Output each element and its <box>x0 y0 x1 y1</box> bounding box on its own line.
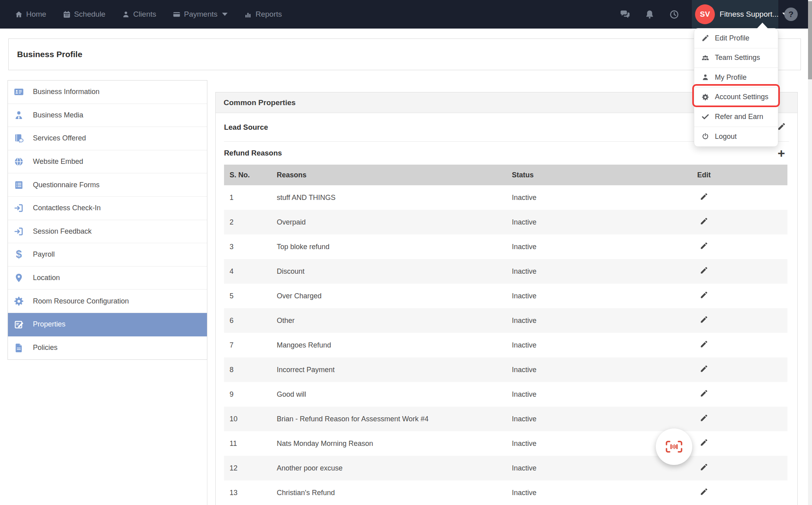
nav-right <box>620 0 680 29</box>
edit-pencil-icon[interactable] <box>700 365 708 375</box>
row-sno: 5 <box>224 284 276 308</box>
nav-item-clients[interactable]: Clients <box>122 10 156 19</box>
nav-item-label: Clients <box>133 10 156 19</box>
bell-icon[interactable] <box>644 9 655 20</box>
map-pin-icon <box>13 273 24 283</box>
row-edit-cell <box>620 382 787 407</box>
nav-item-reports[interactable]: Reports <box>244 10 282 19</box>
row-status: Inactive <box>511 357 620 382</box>
chat-icon[interactable] <box>620 9 630 20</box>
nav-item-label: Reports <box>255 10 282 19</box>
sidebar-item-website-embed[interactable]: Website Embed <box>8 150 207 174</box>
table-row: 1 stuff AND THINGS Inactive <box>224 185 787 210</box>
page-title-bar: Business Profile <box>8 38 801 70</box>
sidebar-item-questionnaire-forms[interactable]: Questionnaire Forms <box>8 173 207 197</box>
edit-pencil-icon[interactable] <box>700 438 708 449</box>
edit-pencil-icon[interactable] <box>700 291 708 301</box>
col-header-status: Status <box>511 165 620 185</box>
row-status: Inactive <box>511 456 620 480</box>
row-edit-cell <box>620 284 787 308</box>
row-reason: Over Charged <box>276 284 511 308</box>
table-row: 5 Over Charged Inactive <box>224 284 787 308</box>
row-edit-cell <box>620 357 787 382</box>
nav-item-schedule[interactable]: Schedule <box>63 10 105 19</box>
edit-pencil-icon[interactable] <box>700 315 708 326</box>
scrollbar-thumb[interactable] <box>808 1 812 79</box>
row-sno: 7 <box>224 333 276 357</box>
menu-item-logout[interactable]: Logout <box>694 127 778 147</box>
sidebar-item-session-feedback[interactable]: Session Feedback <box>8 220 207 244</box>
row-status: Inactive <box>511 308 620 333</box>
chevron-down-icon <box>222 13 228 16</box>
sidebar-item-services-offered[interactable]: Services Offered <box>8 127 207 150</box>
add-refund-reason-button[interactable]: + <box>778 147 785 159</box>
menu-item-team-settings[interactable]: Team Settings <box>694 48 778 68</box>
menu-item-account-settings[interactable]: Account Settings <box>694 88 778 108</box>
lead-source-edit-button[interactable] <box>777 122 786 132</box>
note-edit-icon <box>13 319 24 330</box>
sidebar-item-payroll[interactable]: $ Payroll <box>8 243 207 267</box>
row-status: Inactive <box>511 234 620 259</box>
help-button[interactable]: ? <box>784 8 798 21</box>
row-sno: 4 <box>224 259 276 284</box>
menu-item-edit-profile[interactable]: Edit Profile <box>694 29 778 48</box>
sidebar-item-properties[interactable]: Properties <box>8 313 207 336</box>
menu-item-my-profile[interactable]: My Profile <box>694 68 778 88</box>
edit-pencil-icon[interactable] <box>700 414 708 424</box>
table-row: 7 Mangoes Refund Inactive <box>224 333 787 357</box>
row-reason: Brian - Refund Reason for Assessment Wor… <box>276 407 511 431</box>
table-row: 12 Another poor excuse Inactive <box>224 456 787 480</box>
row-reason: Mangoes Refund <box>276 333 511 357</box>
table-row: 9 Good will Inactive <box>224 382 787 407</box>
edit-pencil-icon[interactable] <box>700 488 708 498</box>
col-header-sno: S. No. <box>224 165 276 185</box>
edit-pencil-icon[interactable] <box>700 266 708 277</box>
row-status: Inactive <box>511 259 620 284</box>
sidebar-item-business-media[interactable]: Business Media <box>8 104 207 127</box>
power-icon <box>701 132 709 140</box>
bar-chart-icon <box>244 10 252 19</box>
gear-icon <box>13 296 24 307</box>
refund-reasons-table: S. No. Reasons Status Edit 1 stuff AND T… <box>224 165 787 505</box>
lead-source-label: Lead Source <box>224 123 268 132</box>
row-status: Inactive <box>511 382 620 407</box>
edit-pencil-icon[interactable] <box>700 242 708 252</box>
dollar-icon: $ <box>13 248 24 261</box>
sidebar-item-business-information[interactable]: Business Information <box>8 81 207 104</box>
row-sno: 10 <box>224 407 276 431</box>
sidebar-item-label: Policies <box>33 344 57 352</box>
scrollbar-track[interactable] <box>808 0 812 505</box>
sidebar-item-contactless-check-in[interactable]: Contactless Check-In <box>8 197 207 220</box>
nav-item-payments[interactable]: Payments <box>172 10 228 19</box>
row-reason: Other <box>276 308 511 333</box>
table-row: 4 Discount Inactive <box>224 259 787 284</box>
row-sno: 8 <box>224 357 276 382</box>
menu-item-label: Logout <box>715 132 737 141</box>
nav-item-home[interactable]: Home <box>15 10 46 19</box>
table-row: 11 Nats Monday Morning Reason Inactive <box>224 431 787 456</box>
user-icon <box>701 73 709 81</box>
row-edit-cell <box>620 234 787 259</box>
edit-pencil-icon[interactable] <box>700 340 708 350</box>
clock-icon[interactable] <box>669 9 680 20</box>
menu-item-refer-and-earn[interactable]: Refer and Earn <box>694 107 778 127</box>
edit-pencil-icon[interactable] <box>700 217 708 227</box>
users-icon <box>701 54 709 62</box>
row-edit-cell <box>620 431 787 456</box>
sidebar-item-label: Properties <box>33 320 65 328</box>
dropdown-arrow <box>756 23 768 29</box>
row-edit-cell <box>620 185 787 210</box>
refund-reasons-label: Refund Reasons <box>224 149 282 157</box>
edit-pencil-icon[interactable] <box>700 389 708 399</box>
sidebar-item-room-resource-configuration[interactable]: Room Resource Configuration <box>8 290 207 313</box>
sidebar-item-policies[interactable]: Policies <box>8 336 207 360</box>
sidebar-item-label: Business Information <box>33 88 100 96</box>
row-reason: Nats Monday Morning Reason <box>276 431 511 456</box>
edit-pencil-icon[interactable] <box>700 192 708 203</box>
row-status: Inactive <box>511 431 620 456</box>
sidebar-item-location[interactable]: Location <box>8 267 207 290</box>
app-window: Home Schedule Clients Payments Reports <box>0 0 812 505</box>
barcode-scan-fab[interactable] <box>656 428 692 465</box>
row-sno: 9 <box>224 382 276 407</box>
edit-pencil-icon[interactable] <box>700 463 708 473</box>
